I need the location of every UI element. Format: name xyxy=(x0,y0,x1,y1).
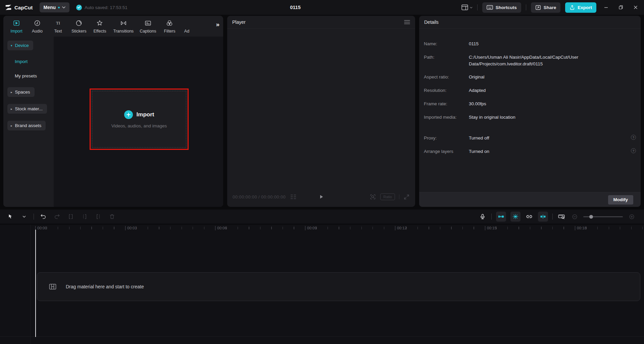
zoom-out-icon xyxy=(572,214,578,220)
tab-text[interactable]: TI Text xyxy=(48,16,68,37)
effects-tab-icon xyxy=(96,19,103,27)
delete-left-icon xyxy=(81,213,88,220)
triangle-down-icon: ▾ xyxy=(11,44,12,47)
share-button[interactable]: Share xyxy=(531,2,561,13)
svg-text:TI: TI xyxy=(56,21,60,25)
proxy-help-icon[interactable] xyxy=(631,135,636,140)
menu-button[interactable]: Menu xyxy=(40,2,70,12)
select-tool-button[interactable] xyxy=(6,212,15,221)
capcut-logo-icon xyxy=(5,4,12,11)
ruler-label: 00:03 xyxy=(125,226,137,230)
modify-button[interactable]: Modify xyxy=(608,195,634,205)
zoom-in-button[interactable] xyxy=(627,212,636,221)
layout-switch-button[interactable] xyxy=(461,4,473,10)
delete-button[interactable] xyxy=(108,212,116,221)
delete-left-button[interactable] xyxy=(80,212,89,221)
linked-selection-button[interactable] xyxy=(525,212,534,221)
player-menu-button[interactable] xyxy=(404,20,410,24)
top-bar: CapCut Menu Auto saved: 17:53:51 0115 xyxy=(0,0,644,15)
triangle-right-icon: ▸ xyxy=(11,107,12,111)
detail-row-resolution: Resolution:Adapted xyxy=(424,87,623,94)
timeline-zoom-slider[interactable] xyxy=(583,213,623,220)
preview-axis-button[interactable] xyxy=(510,212,521,222)
timeline-dropzone[interactable]: Drag material here and start to create xyxy=(37,272,640,301)
fit-timeline-button[interactable] xyxy=(557,212,566,221)
close-button[interactable] xyxy=(631,0,641,15)
timeline-toolbar xyxy=(0,210,644,224)
sidebar-group-brand-assets[interactable]: ▸ Brand assets xyxy=(7,121,46,130)
fullscreen-icon[interactable] xyxy=(403,194,410,200)
undo-button[interactable] xyxy=(39,212,48,221)
tab-filters[interactable]: Filters xyxy=(159,16,180,37)
tab-audio[interactable]: Audio xyxy=(27,16,48,37)
tab-import[interactable]: Import xyxy=(6,16,27,37)
microphone-icon xyxy=(479,213,486,220)
arrange-layers-help-icon[interactable] xyxy=(631,148,636,153)
transitions-tab-icon xyxy=(120,19,127,27)
redo-button[interactable] xyxy=(53,212,61,221)
details-title: Details xyxy=(424,19,439,25)
track-gutter-divider xyxy=(30,225,31,344)
player-title: Player xyxy=(232,19,246,25)
ratio-button[interactable]: Ratio xyxy=(380,193,395,200)
plus-icon xyxy=(124,110,133,119)
timeline-bottom-divider xyxy=(0,336,644,337)
autosave-status: Auto saved: 17:53:51 xyxy=(76,5,128,10)
detail-row-name: Name:0115 xyxy=(424,41,623,47)
ruler-label: 00:06 xyxy=(215,226,227,230)
detail-row-aspect-ratio: Aspect ratio:Original xyxy=(424,74,623,80)
share-icon xyxy=(535,5,541,10)
triangle-right-icon: ▸ xyxy=(11,91,12,94)
sidebar-item-my-presets[interactable]: My presets xyxy=(15,73,37,78)
export-button[interactable]: Export xyxy=(565,2,596,13)
tab-stickers[interactable]: Stickers xyxy=(68,16,89,37)
record-voiceover-button[interactable] xyxy=(478,212,487,221)
import-zone-title: Import xyxy=(137,111,154,118)
frame-preview-icon[interactable] xyxy=(290,194,297,199)
slider-handle[interactable] xyxy=(589,215,593,219)
details-panel: Details Name:0115 Path:C:/Users/Usman Al… xyxy=(419,16,641,207)
sidebar-group-spaces[interactable]: ▸ Spaces xyxy=(7,87,35,97)
timeline-area: 00:00 00:03 00:06 00:09 00:12 00:15 00:1… xyxy=(0,225,644,344)
text-tab-icon: TI xyxy=(54,19,62,27)
trash-icon xyxy=(109,213,115,220)
main-track-magnet-button[interactable] xyxy=(496,212,506,222)
tab-captions[interactable]: Captions xyxy=(137,16,159,37)
redo-icon xyxy=(54,213,60,220)
chevron-down-icon xyxy=(470,7,473,8)
delete-right-button[interactable] xyxy=(94,212,103,221)
divider xyxy=(399,194,399,199)
magnet-track-icon xyxy=(498,213,504,220)
captions-tab-icon xyxy=(144,19,152,27)
render-quality-icon[interactable] xyxy=(369,193,376,200)
shortcuts-button[interactable]: Shortcuts xyxy=(482,2,521,13)
minimize-button[interactable] xyxy=(601,0,611,15)
triangle-right-icon: ▸ xyxy=(11,124,12,127)
sidebar-group-device[interactable]: ▾ Device xyxy=(7,41,33,50)
restore-button[interactable] xyxy=(616,0,626,15)
chevron-down-icon xyxy=(22,216,26,218)
import-dropzone[interactable]: Import Videos, audios, and images xyxy=(90,89,189,150)
ruler-label: 00:12 xyxy=(395,226,407,230)
ruler-label: 00:00 xyxy=(35,226,47,230)
preview-axis-icon xyxy=(512,213,519,220)
cursor-icon xyxy=(7,214,13,220)
export-icon xyxy=(569,5,575,10)
tab-transitions[interactable]: Transitions xyxy=(110,16,137,37)
timeline-ruler[interactable]: 00:00 00:03 00:06 00:09 00:12 00:15 00:1… xyxy=(0,225,644,232)
sidebar-group-stock-materials[interactable]: ▸ Stock mater... xyxy=(7,104,47,114)
zoom-out-button[interactable] xyxy=(570,212,579,221)
import-zone-subtitle: Videos, audios, and images xyxy=(111,123,167,128)
tabs-overflow-button[interactable]: » xyxy=(216,21,219,27)
auto-split-icon xyxy=(540,213,546,220)
tab-adjustment[interactable]: Ad xyxy=(180,16,193,37)
sidebar-item-import[interactable]: Import xyxy=(15,59,28,64)
split-button[interactable] xyxy=(66,212,75,221)
play-button[interactable] xyxy=(318,194,324,200)
select-tool-dropdown[interactable] xyxy=(20,212,29,221)
auto-split-button[interactable] xyxy=(538,212,548,222)
app-name: CapCut xyxy=(14,5,33,10)
tab-effects[interactable]: Effects xyxy=(89,16,110,37)
capcut-logo: CapCut xyxy=(5,4,33,11)
divider xyxy=(552,214,553,220)
